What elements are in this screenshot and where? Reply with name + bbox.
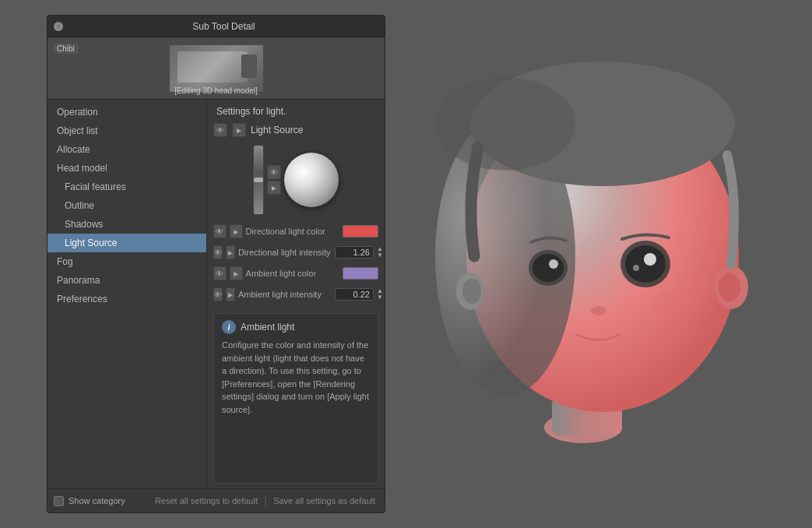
directional-light-color-row: 👁 ► Directional light color: [213, 223, 378, 240]
svg-point-10: [644, 253, 656, 266]
button-separator: |: [264, 494, 267, 508]
info-icon: i: [222, 320, 236, 334]
sub-tool-detail-panel: × Sub Tool Detail Chibi [Editing 3D head…: [47, 15, 385, 513]
dir-int-label: Directional light intensity: [238, 248, 332, 257]
dir-color-eye[interactable]: 👁: [213, 224, 227, 238]
chibi-badge: Chibi: [54, 44, 78, 54]
preview-area: Chibi [Editing 3D head model]: [47, 37, 385, 100]
sphere-arr-button[interactable]: ►: [267, 181, 281, 195]
svg-point-14: [549, 259, 558, 269]
ambient-light-color-swatch[interactable]: [343, 267, 378, 280]
show-category[interactable]: Show category: [54, 496, 125, 506]
bottom-buttons: Reset all settings to default | Save all…: [152, 494, 378, 508]
amb-color-arr[interactable]: ►: [230, 266, 243, 280]
head-model: [404, 46, 793, 482]
sidebar-item-preferences[interactable]: Preferences: [47, 290, 206, 308]
eye-button[interactable]: 👁: [213, 123, 227, 137]
svg-point-16: [653, 290, 700, 315]
amb-color-label: Ambient light color: [246, 269, 339, 278]
sidebar-item-light-source[interactable]: Light Source: [47, 234, 206, 252]
info-title: Ambient light: [241, 322, 294, 333]
info-box: i Ambient light Configure the color and …: [213, 313, 378, 484]
close-icon: ×: [56, 23, 60, 30]
main-content: Operation Object list Allocate Head mode…: [47, 100, 385, 488]
sidebar-item-panorama[interactable]: Panorama: [47, 271, 206, 290]
ambient-light-intensity-row: 👁 ► Ambient light intensity ▲▼: [213, 286, 378, 303]
sphere-eye-button[interactable]: 👁: [267, 165, 281, 179]
amb-int-spinner[interactable]: ▲▼: [377, 288, 383, 301]
sidebar-item-object-list[interactable]: Object list: [47, 121, 206, 140]
amb-int-label: Ambient light intensity: [238, 290, 332, 299]
show-category-checkbox[interactable]: [54, 496, 64, 506]
preview-image-area: Chibi [Editing 3D head model]: [54, 40, 378, 97]
svg-point-11: [633, 265, 639, 271]
title-bar: × Sub Tool Detail: [47, 16, 385, 37]
amb-int-input[interactable]: [335, 288, 374, 301]
directional-light-intensity-row: 👁 ► Directional light intensity ▲▼: [213, 244, 378, 261]
sidebar-item-fog[interactable]: Fog: [47, 252, 206, 271]
dir-int-arr[interactable]: ►: [226, 245, 235, 259]
close-button[interactable]: ×: [54, 22, 63, 31]
amb-color-eye[interactable]: 👁: [213, 266, 227, 280]
head-area: [385, 46, 812, 482]
light-sphere-preview: [284, 153, 339, 207]
section-title-row: 👁 ► Light Source: [213, 123, 378, 137]
settings-header: Settings for light.: [207, 100, 385, 120]
sidebar-item-outline[interactable]: Outline: [47, 196, 206, 215]
preview-thumbnail: [170, 45, 263, 92]
svg-point-18: [435, 77, 575, 171]
info-text: Configure the color and intensity of the…: [222, 339, 370, 416]
sidebar-nav: Operation Object list Allocate Head mode…: [47, 100, 207, 488]
arr-button[interactable]: ►: [232, 123, 246, 137]
preview-label: [Editing 3D head model]: [174, 86, 258, 95]
sphere-container: 👁 ►: [213, 145, 378, 215]
svg-point-15: [591, 306, 606, 315]
sidebar-item-head-model[interactable]: Head model: [47, 159, 206, 178]
right-content: Settings for light. 👁 ► Light Source �: [207, 100, 385, 488]
bottom-bar: Show category Reset all settings to defa…: [47, 488, 385, 512]
save-button[interactable]: Save all settings as default: [270, 494, 378, 508]
light-section: 👁 ► Light Source 👁 ►: [207, 120, 385, 308]
sidebar-item-facial-features[interactable]: Facial features: [47, 178, 206, 196]
dir-int-eye[interactable]: 👁: [213, 245, 223, 259]
dir-color-arr[interactable]: ►: [230, 224, 243, 238]
dir-int-spinner[interactable]: ▲▼: [377, 246, 383, 259]
sphere-wrap: 👁 ►: [253, 145, 339, 215]
svg-point-5: [719, 273, 740, 301]
sidebar-item-allocate[interactable]: Allocate: [47, 140, 206, 159]
dir-int-input[interactable]: [335, 246, 374, 259]
svg-point-9: [625, 245, 666, 283]
vertical-slider[interactable]: [253, 145, 264, 215]
reset-button[interactable]: Reset all settings to default: [152, 494, 261, 508]
amb-int-eye[interactable]: 👁: [213, 287, 223, 301]
sidebar-item-operation[interactable]: Operation: [47, 103, 206, 121]
ambient-light-color-row: 👁 ► Ambient light color: [213, 265, 378, 282]
section-title: Light Source: [251, 125, 303, 136]
svg-point-13: [533, 254, 564, 282]
info-title-row: i Ambient light: [222, 320, 370, 334]
amb-int-arr[interactable]: ►: [226, 287, 235, 301]
window-title: Sub Tool Detail: [69, 21, 378, 32]
sidebar-item-shadows[interactable]: Shadows: [47, 215, 206, 234]
slider-thumb: [254, 178, 263, 182]
directional-light-color-swatch[interactable]: [343, 225, 378, 238]
svg-point-7: [462, 279, 481, 304]
show-category-label: Show category: [69, 496, 125, 505]
dir-color-label: Directional light color: [246, 227, 339, 236]
